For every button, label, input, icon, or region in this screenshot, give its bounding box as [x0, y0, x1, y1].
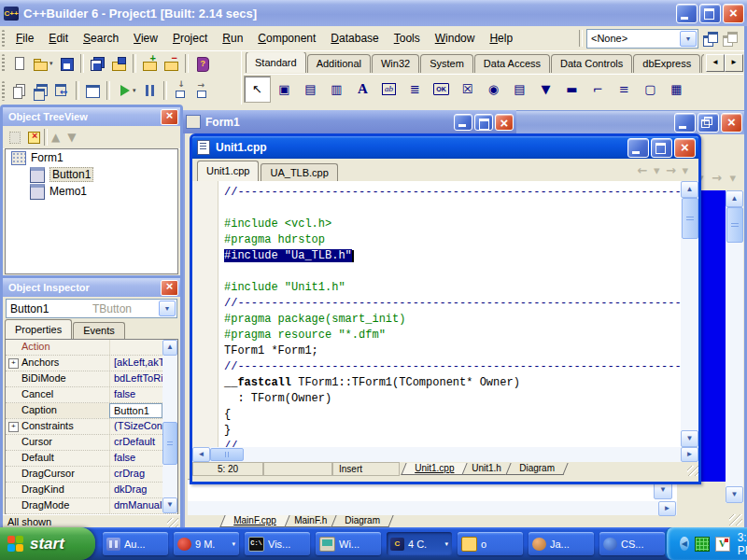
palette-tab-win32[interactable]: Win32	[372, 54, 419, 73]
tray-chevron-icon[interactable]: ◀	[680, 537, 689, 551]
tab-properties[interactable]: Properties	[5, 319, 72, 339]
component-pointer-icon[interactable]: ↖	[244, 76, 271, 103]
property-value[interactable]: Button1	[109, 403, 162, 418]
scroll-up-icon[interactable]: ▲	[681, 181, 698, 198]
move-up-icon[interactable]: ▲	[51, 131, 60, 144]
add-file-to-project-button[interactable]	[139, 53, 161, 74]
menu-item-run[interactable]: Run	[215, 27, 250, 49]
resize-grip[interactable]	[687, 466, 698, 476]
open-button[interactable]: ▾	[30, 53, 56, 74]
vertical-scrollbar[interactable]: ▲ ▼	[162, 340, 177, 513]
minimize-button[interactable]	[627, 138, 649, 158]
component-memo-icon[interactable]: ≣	[402, 77, 428, 102]
move-down-icon[interactable]: ▼	[67, 131, 76, 144]
new-item-icon[interactable]	[7, 130, 23, 145]
bottom-tab-unit1-cpp[interactable]: Unit1.cpp	[401, 463, 468, 475]
new-button[interactable]	[8, 53, 30, 74]
run-button[interactable]: ▾	[113, 80, 139, 101]
vertical-scrollbar[interactable]: ▲ ▼	[726, 190, 743, 503]
treeview-item-form1[interactable]: Form1	[6, 149, 177, 166]
view-unit-button[interactable]	[8, 80, 30, 101]
component-label-icon[interactable]: A	[350, 77, 375, 102]
scrollbar-thumb[interactable]	[210, 448, 244, 461]
maximize-button[interactable]	[699, 4, 721, 23]
network-monitor-tray-icon[interactable]	[695, 537, 710, 552]
component-combobox-icon[interactable]: ▼	[533, 77, 558, 102]
treeview-item-button1[interactable]: Button1	[6, 166, 177, 183]
unit1-titlebar[interactable]: Unit1.cpp	[192, 136, 698, 159]
vnc-tray-icon[interactable]	[715, 537, 730, 552]
code-pane[interactable]: //--------------------------------------…	[218, 181, 681, 447]
taskbar-task-9-m[interactable]: 9 M.▾	[174, 532, 239, 555]
resize-grip[interactable]	[729, 514, 742, 525]
palette-tab-standard[interactable]: Standard	[246, 52, 306, 73]
tab-events[interactable]: Events	[73, 322, 125, 339]
scroll-up-icon[interactable]: ▲	[726, 190, 743, 207]
taskbar-task-wi[interactable]: Wi...	[316, 532, 381, 555]
object-tree[interactable]: Form1Button1Memo1	[5, 148, 178, 274]
menu-item-search[interactable]: Search	[76, 27, 126, 49]
component-frames-icon[interactable]: ▣	[272, 77, 297, 102]
trace-into-button[interactable]	[170, 80, 191, 101]
property-row-constraints[interactable]: +Constraints(TSizeConstrain	[6, 419, 177, 435]
palette-tab-bde[interactable]: BDE	[701, 54, 704, 73]
menu-item-help[interactable]: Help	[482, 27, 520, 49]
component-groupbox-icon[interactable]: ⌐	[585, 77, 611, 102]
toolbar-grip[interactable]	[2, 30, 5, 47]
taskbar-task-au[interactable]: Au...	[103, 532, 168, 555]
property-row-bidimode[interactable]: BiDiModebdLeftToRight	[6, 371, 177, 387]
close-button[interactable]	[495, 114, 514, 131]
taskbar-task-cs[interactable]: CS...	[599, 532, 665, 555]
scroll-down-icon[interactable]: ▼	[681, 430, 698, 447]
component-checkbox-icon[interactable]: ☒	[455, 77, 480, 102]
scroll-down-icon[interactable]: ▼	[726, 486, 743, 503]
component-radio-button-icon[interactable]: ◉	[481, 77, 506, 102]
menu-item-database[interactable]: Database	[323, 27, 386, 49]
property-row-dragmode[interactable]: DragModedmManual	[6, 498, 177, 514]
component-edit-icon[interactable]: ab	[376, 77, 402, 102]
close-icon[interactable]	[161, 280, 178, 296]
minimize-button[interactable]	[674, 113, 696, 133]
toolbar-grip[interactable]	[2, 81, 5, 101]
code-editor[interactable]: //--------------------------------------…	[192, 181, 698, 447]
help-contents-button[interactable]	[191, 53, 213, 74]
palette-tab-dbexpress[interactable]: dbExpress	[633, 54, 700, 73]
component-popup-menu-icon[interactable]: ▥	[324, 77, 349, 102]
scroll-right-icon[interactable]: ►	[658, 501, 676, 516]
save-desktop-icon[interactable]	[702, 32, 718, 46]
component-action-list-icon[interactable]: ▦	[664, 77, 689, 102]
delete-item-icon[interactable]	[25, 130, 42, 145]
expand-icon[interactable]: +	[8, 358, 19, 369]
navigate-back-forward-icons[interactable]: ← ▾ → ▾	[638, 163, 698, 177]
property-row-action[interactable]: Action	[6, 340, 177, 356]
taskbar-task-vis[interactable]: Vis...	[245, 532, 310, 555]
mainf-tab-diagram[interactable]: Diagram	[331, 515, 393, 527]
menu-item-component[interactable]: Component	[250, 27, 323, 49]
palette-tab-data-controls[interactable]: Data Controls	[551, 54, 632, 73]
save-button[interactable]	[56, 53, 78, 74]
menu-item-window[interactable]: Window	[428, 27, 483, 49]
property-row-dragkind[interactable]: DragKinddkDrag	[6, 483, 177, 498]
palette-tab-data-access[interactable]: Data Access	[474, 54, 550, 73]
scroll-left-icon[interactable]: ◄	[192, 447, 210, 462]
palette-scroll-right-icon[interactable]: ►	[725, 54, 743, 72]
editor-tab-unit1-cpp[interactable]: Unit1.cpp	[197, 161, 259, 181]
scrollbar-thumb[interactable]	[726, 207, 743, 243]
treeview-titlebar[interactable]: Object TreeView	[3, 107, 180, 126]
property-grid[interactable]: Action+Anchors[akLeft,akTop]BiDiModebdLe…	[5, 339, 178, 515]
property-row-cursor[interactable]: CursorcrDefault	[6, 435, 177, 451]
scroll-right-icon[interactable]: ►	[681, 447, 698, 462]
form1-window[interactable]: Form1	[182, 110, 516, 133]
group-dropdown-icon[interactable]: ▾	[444, 540, 448, 548]
group-dropdown-icon[interactable]: ▾	[232, 540, 235, 548]
remove-file-from-project-button[interactable]	[161, 53, 182, 74]
component-main-menu-icon[interactable]: ▤	[298, 77, 323, 102]
view-form-button[interactable]	[30, 80, 51, 101]
scroll-down-icon[interactable]: ▼	[162, 497, 177, 513]
dropdown-arrow-icon[interactable]: ▼	[680, 31, 697, 47]
palette-scroll-left-icon[interactable]: ◄	[706, 54, 725, 72]
object-selector[interactable]: Button1 TButton ▼	[6, 299, 177, 318]
minimize-button[interactable]	[454, 114, 472, 131]
unit1-editor-window[interactable]: Unit1.cpp Unit1.cppUA_TLB.cpp ← ▾ → ▾ //…	[190, 133, 701, 484]
close-button[interactable]	[723, 4, 744, 23]
